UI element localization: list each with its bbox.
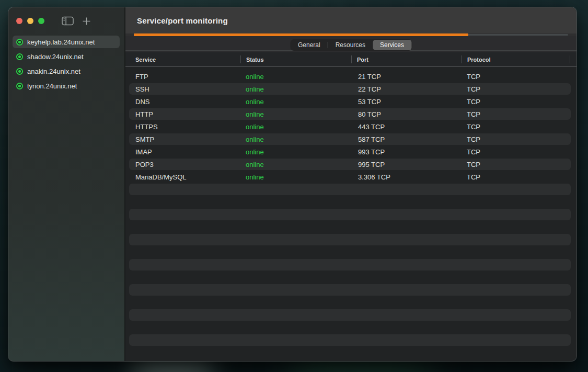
table-row[interactable]: FTPonline21 TCPTCP	[125, 70, 577, 83]
cell-protocol: TCP	[462, 85, 570, 93]
cell-port: 995 TCP	[351, 161, 462, 168]
toggle-sidebar-button[interactable]	[62, 16, 74, 26]
cell-protocol: TCP	[462, 73, 570, 81]
cell-status: online	[240, 161, 351, 168]
cell-port: 993 TCP	[351, 148, 462, 156]
cell-service: HTTP	[125, 110, 240, 118]
table-row[interactable]: DNSonline53 TCPTCP	[125, 95, 577, 108]
table-row-empty	[125, 309, 577, 321]
table-body: FTPonline21 TCPTCPSSHonline22 TCPTCPDNSo…	[125, 67, 577, 361]
cell-status: online	[240, 98, 351, 106]
cell-service: IMAP	[125, 148, 240, 156]
cell-status: online	[240, 85, 351, 93]
cell-service: HTTPS	[125, 123, 240, 131]
table-row-empty	[125, 284, 577, 296]
cell-status: online	[240, 136, 351, 143]
tab-general[interactable]: General	[291, 40, 328, 50]
table-row-empty	[125, 183, 577, 196]
cell-service: POP3	[125, 161, 240, 168]
cell-port: 3.306 TCP	[351, 173, 462, 181]
sidebar-toggle-icon	[62, 16, 74, 26]
close-button[interactable]	[16, 18, 22, 24]
cell-service: FTP	[125, 73, 240, 81]
window-toolbar: Service/port monitoring	[125, 7, 577, 33]
cell-service: SSH	[125, 85, 240, 93]
cell-protocol: TCP	[462, 161, 570, 168]
table-row-empty	[125, 296, 577, 309]
cell-port: 22 TCP	[351, 85, 462, 93]
sidebar-item-server[interactable]: tyrion.24unix.net	[13, 80, 120, 92]
cell-status: online	[240, 173, 351, 181]
table-row-empty	[125, 246, 577, 258]
server-online-status-icon	[16, 39, 23, 46]
services-table: Service Status Port Protocol FTPonline21…	[125, 52, 577, 361]
main-pane: Service/port monitoring General Resource…	[125, 7, 577, 361]
cell-service: DNS	[125, 98, 240, 106]
tab-segmented-control: General Resources Services	[290, 39, 412, 51]
sidebar-item-server[interactable]: keyhelp.lab.24unix.net	[13, 36, 120, 48]
app-window: keyhelp.lab.24unix.net shadow.24unix.net…	[8, 7, 577, 361]
table-header: Service Status Port Protocol	[125, 52, 577, 67]
server-name: keyhelp.lab.24unix.net	[27, 38, 95, 46]
column-header-service[interactable]: Service	[125, 52, 240, 66]
column-header-filler	[570, 52, 577, 66]
cell-protocol: TCP	[462, 173, 570, 181]
cell-port: 80 TCP	[351, 110, 462, 118]
zoom-button[interactable]	[38, 18, 44, 24]
table-row-empty	[125, 258, 577, 271]
table-row-empty	[125, 346, 577, 359]
cell-status: online	[240, 148, 351, 156]
cell-port: 21 TCP	[351, 73, 462, 81]
sidebar-titlebar	[8, 7, 124, 32]
cell-service: MariaDB/MySQL	[125, 173, 240, 181]
column-header-protocol[interactable]: Protocol	[462, 52, 570, 66]
cell-port: 587 TCP	[351, 136, 462, 143]
sidebar-item-server[interactable]: anakin.24unix.net	[13, 65, 120, 77]
tab-resources[interactable]: Resources	[328, 40, 373, 50]
server-name: tyrion.24unix.net	[27, 82, 77, 90]
server-name: shadow.24unix.net	[27, 53, 84, 61]
sidebar: keyhelp.lab.24unix.net shadow.24unix.net…	[8, 7, 125, 361]
cell-protocol: TCP	[462, 98, 570, 106]
sidebar-item-server[interactable]: shadow.24unix.net	[13, 50, 120, 63]
add-server-button[interactable]	[82, 17, 91, 26]
table-row-empty	[125, 221, 577, 233]
table-row[interactable]: HTTPSonline443 TCPTCP	[125, 120, 577, 133]
cell-status: online	[240, 123, 351, 131]
server-online-status-icon	[16, 68, 23, 75]
cell-protocol: TCP	[462, 110, 570, 118]
tab-services[interactable]: Services	[373, 40, 411, 50]
server-list: keyhelp.lab.24unix.net shadow.24unix.net…	[8, 32, 124, 94]
page-title: Service/port monitoring	[137, 16, 228, 25]
table-row[interactable]: POP3online995 TCPTCP	[125, 158, 577, 171]
plus-icon	[82, 17, 91, 26]
column-header-port[interactable]: Port	[351, 52, 462, 66]
cell-service: SMTP	[125, 136, 240, 143]
server-online-status-icon	[16, 83, 23, 89]
column-header-status[interactable]: Status	[240, 52, 351, 66]
tab-bar: General Resources Services	[125, 36, 577, 52]
minimize-button[interactable]	[27, 18, 33, 24]
table-row[interactable]: SMTPonline587 TCPTCP	[125, 133, 577, 145]
table-row-empty	[125, 334, 577, 346]
table-row-empty	[125, 196, 577, 208]
cell-port: 53 TCP	[351, 98, 462, 106]
table-row-empty	[125, 321, 577, 334]
server-online-status-icon	[16, 53, 23, 60]
table-row-empty	[125, 208, 577, 221]
table-row-empty	[125, 233, 577, 246]
table-row[interactable]: SSHonline22 TCPTCP	[125, 83, 577, 95]
cell-protocol: TCP	[462, 136, 570, 143]
cell-status: online	[240, 73, 351, 81]
table-row[interactable]: IMAPonline993 TCPTCP	[125, 145, 577, 158]
cell-protocol: TCP	[462, 123, 570, 131]
cell-status: online	[240, 110, 351, 118]
table-row[interactable]: MariaDB/MySQLonline3.306 TCPTCP	[125, 171, 577, 183]
server-name: anakin.24unix.net	[27, 67, 80, 75]
progress-track	[134, 34, 568, 36]
cell-port: 443 TCP	[351, 123, 462, 131]
cell-protocol: TCP	[462, 148, 570, 156]
table-row[interactable]: HTTPonline80 TCPTCP	[125, 108, 577, 120]
table-row-empty	[125, 271, 577, 284]
